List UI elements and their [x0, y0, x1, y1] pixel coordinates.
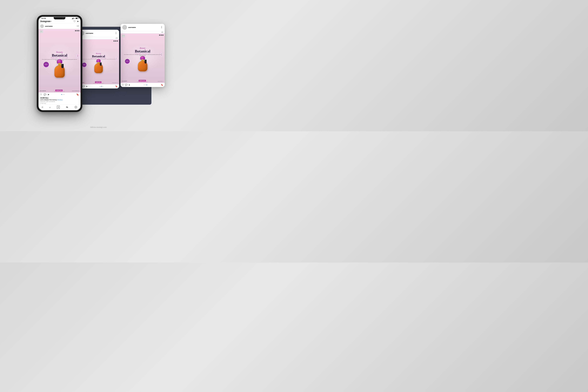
middle-card-more-button[interactable]: ⋮: [115, 32, 117, 34]
share-button[interactable]: ➤: [48, 93, 50, 96]
middle-order-button[interactable]: ORDER NOW: [95, 81, 102, 83]
right-card-image: LOGO HERE Beauty Botanical Perfume Colle…: [120, 33, 165, 83]
phone-notch: [54, 17, 66, 20]
right-comment-button[interactable]: 💬: [125, 84, 128, 86]
middle-botanical-text: Botanical: [91, 55, 106, 58]
right-botanical-text: Botanical: [135, 50, 150, 53]
status-icons: ▲: [72, 18, 78, 19]
social-icons-row: [75, 30, 80, 31]
middle-share-button[interactable]: ➤: [86, 86, 88, 88]
scene: 7:00 PM ▲: [32, 10, 165, 121]
instagram-header: Instagram ▾ ♡ ➤: [38, 20, 80, 24]
hashtag-link[interactable]: #Mockup: [57, 99, 63, 100]
right-card-more-button[interactable]: ⋮: [160, 26, 163, 29]
post-actions-row: ♡ 💬 ➤ 🔖: [38, 92, 80, 96]
social-dot-1: [75, 30, 76, 31]
send-icon[interactable]: ➤: [77, 20, 79, 22]
middle-bottle-tassel: [100, 62, 102, 66]
middle-comment-button[interactable]: 💬: [82, 85, 85, 88]
right-card-actions: ♡ 💬 ➤ 🔖: [120, 83, 165, 87]
middle-card-counter: 2/3: [78, 37, 119, 39]
post-caption: 100% Editable PSD Mockup #Mockup: [40, 99, 79, 100]
phone-screen: 7:00 PM ▲: [38, 17, 80, 110]
nav-shop-button[interactable]: 🛍: [66, 106, 68, 108]
middle-bookmark-button[interactable]: 🔖: [115, 85, 118, 88]
middle-poster-content: LOGO HERE Beauty Botanical Perfume Colle…: [78, 39, 119, 84]
right-order-button[interactable]: ORDER NOW: [138, 80, 146, 82]
middle-card-username[interactable]: username: [86, 32, 93, 34]
right-price-tag: Z8.60: [161, 53, 162, 56]
post-image: LOGO HERE Beauty Botanical Perfume Colle…: [38, 29, 80, 92]
right-social-dot-3: [162, 34, 164, 36]
post-counter: 1/3: [77, 25, 79, 27]
bottom-navigation: ⌂ ⌕ + 🛍: [38, 104, 80, 110]
logo-badge: LOGO HERE: [40, 30, 43, 33]
post-info-section: 10,000 likes 100% Editable PSD Mockup #M…: [38, 96, 80, 104]
middle-dot-2: [101, 86, 102, 87]
middle-social-icons: [114, 40, 118, 42]
right-website: www.yourwebsite.com: [158, 81, 164, 82]
right-social-dot-1: [159, 34, 160, 36]
right-like-button[interactable]: ♡: [122, 84, 124, 86]
status-bar: 7:00 PM ▲: [38, 17, 80, 20]
post-username[interactable]: username: [45, 25, 53, 27]
right-share-button[interactable]: ➤: [128, 84, 130, 86]
bookmark-button[interactable]: 🔖: [76, 93, 79, 96]
right-card-counter: 3/3: [120, 31, 165, 33]
battery-icon: [76, 18, 78, 19]
nav-add-button[interactable]: +: [57, 106, 60, 109]
right-social-dot-2: [161, 34, 162, 36]
middle-dot-1: [100, 86, 100, 87]
right-dot-1: [144, 84, 144, 85]
post-timestamp: 2 days ago: [40, 102, 79, 104]
middle-price-tag: Z8.60: [116, 57, 117, 60]
right-carousel-dots: [131, 84, 160, 85]
right-guess-badge: GUESS ★★★★★: [125, 59, 130, 64]
view-comments-link[interactable]: View all 1,200 comments: [40, 101, 79, 102]
right-phone-number: +88 123456789: [122, 81, 127, 82]
social-dot-3: [78, 30, 80, 31]
watermark: bittrne mostajl.com: [90, 126, 107, 128]
bottle-tassel: [61, 64, 64, 68]
right-dot-2: [145, 84, 146, 85]
dot-2: [62, 94, 63, 95]
instagram-chevron-icon: ▾: [51, 21, 51, 22]
middle-perfume-bottle: [94, 60, 103, 73]
poster-bottom-row: +88 123456789 ORDER NOW www.yourwebsite.…: [40, 90, 80, 91]
right-card-mockup: username ⋮ 3/3 LOGO HERE Beauty Botanica…: [120, 24, 165, 87]
nav-home-button[interactable]: ⌂: [42, 106, 43, 108]
like-button[interactable]: ♡: [40, 93, 42, 96]
middle-card-mockup: username ⋮ 2/3 LOGO HERE Beauty Botanica…: [78, 30, 119, 88]
middle-guess-badge: GUESS ★★★★★: [82, 62, 86, 67]
middle-card-image: LOGO HERE Beauty Botanical Perfume Colle…: [78, 39, 119, 84]
heart-icon[interactable]: ♡: [74, 20, 76, 23]
comment-button[interactable]: 💬: [44, 93, 46, 96]
nav-profile-avatar[interactable]: [74, 106, 77, 108]
nav-search-button[interactable]: ⌕: [50, 106, 50, 108]
middle-social-dot-2: [115, 40, 116, 42]
right-logo-badge: LOGO HERE: [122, 34, 125, 37]
camera-dot: [62, 18, 63, 19]
carousel-dots: [51, 94, 75, 95]
middle-card-actions: ♡ 💬 ➤ 🔖: [78, 84, 119, 88]
right-perfume-bottle: [137, 56, 148, 71]
status-time: 7:00 PM: [41, 18, 46, 19]
post-user-row: username 1/3: [38, 24, 80, 29]
right-dot-3: [146, 84, 147, 85]
poster-content: LOGO HERE Beauty Botanical Perfume Colle…: [38, 29, 80, 92]
perfume-bottle: [54, 62, 66, 78]
right-card-header: username ⋮: [120, 24, 165, 31]
right-bookmark-button[interactable]: 🔖: [161, 84, 163, 86]
user-avatar[interactable]: [40, 24, 44, 28]
middle-card-header: username ⋮: [78, 30, 119, 37]
right-card-avatar[interactable]: [122, 25, 127, 30]
middle-dot-3: [102, 86, 103, 87]
likes-count: 10,000 likes: [40, 97, 79, 99]
middle-poster-bottom: +88 123456789 ORDER NOW www.yourwebsite.…: [79, 81, 118, 83]
wifi-icon: ▲: [74, 18, 75, 19]
right-social-icons: [159, 34, 164, 36]
dot-1: [61, 94, 62, 95]
order-now-button[interactable]: ORDER NOW: [55, 90, 62, 91]
right-card-username[interactable]: username: [128, 26, 136, 28]
middle-social-dot-1: [114, 40, 115, 42]
